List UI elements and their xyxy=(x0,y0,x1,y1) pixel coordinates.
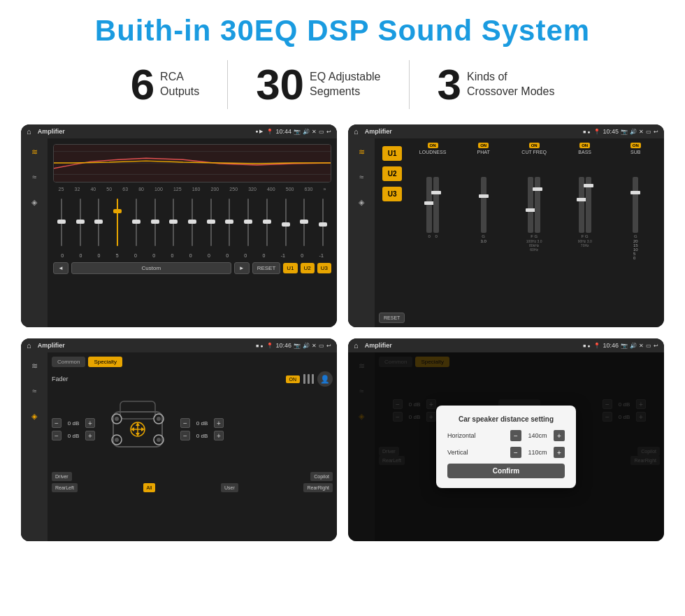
eq-slider-2[interactable] xyxy=(90,194,107,250)
speaker-sidebar-icon[interactable]: ◈ xyxy=(27,194,42,210)
horizontal-plus[interactable]: + xyxy=(554,430,565,441)
db1-minus[interactable]: − xyxy=(52,418,62,428)
vertical-plus[interactable]: + xyxy=(554,447,565,458)
driver-btn[interactable]: Driver xyxy=(52,472,72,481)
next-button[interactable]: ► xyxy=(234,262,250,274)
eq-graph xyxy=(53,144,331,182)
db-control-4: − 0 dB + xyxy=(180,431,224,440)
speaker-icon-2[interactable]: ◈ xyxy=(354,194,369,210)
db1-plus[interactable]: + xyxy=(85,418,95,428)
wave-sidebar-icon[interactable]: ≈ xyxy=(27,169,42,185)
u2-selector[interactable]: U2 xyxy=(382,166,402,181)
phat-slider[interactable] xyxy=(481,177,486,233)
vertical-row: Vertical − 110cm + xyxy=(447,447,565,458)
eq-slider-3[interactable] xyxy=(109,194,126,250)
dialog-overlay: Car speaker distance setting Horizontal … xyxy=(348,352,664,541)
eq-icon-2[interactable]: ≋ xyxy=(354,144,369,159)
eq-slider-6[interactable] xyxy=(165,194,182,250)
specialty-tab[interactable]: Specialty xyxy=(88,357,122,367)
sub-on[interactable]: ON xyxy=(630,143,641,148)
eq-slider-5[interactable] xyxy=(147,194,164,250)
db3-minus[interactable]: − xyxy=(180,418,190,428)
vertical-label: Vertical xyxy=(447,449,468,456)
eq-slider-9[interactable] xyxy=(222,194,238,250)
rearleft-btn[interactable]: RearLeft xyxy=(52,483,78,492)
stat-rca-number: 6 xyxy=(131,63,154,106)
cutfreq-on[interactable]: ON xyxy=(529,143,540,148)
eq-slider-12[interactable] xyxy=(277,194,294,250)
db4-plus[interactable]: + xyxy=(214,431,224,440)
eq-value-row: 00 05 00 00 00 00 -10 -1 xyxy=(53,253,331,258)
eq-slider-14[interactable] xyxy=(315,194,331,250)
win-icon: ▭ xyxy=(319,129,324,135)
wave-icon-2[interactable]: ≈ xyxy=(354,169,369,185)
cutfreq-slider1[interactable] xyxy=(528,177,533,233)
common-tab[interactable]: Common xyxy=(52,357,85,367)
amp-content-3: ≋ ≈ ◈ Common Specialty Fader ON xyxy=(21,352,337,541)
eq-screen-card: ⌂ Amplifier ● ▶ 📍 10:44 📷 🔊 ✕ ▭ ↩ ≋ ≈ ◈ xyxy=(21,124,337,327)
fader-tabs: Common Specialty xyxy=(52,357,333,367)
home-icon-4: ⌂ xyxy=(354,341,359,350)
home-icon-3: ⌂ xyxy=(27,341,31,350)
eq-sidebar-icon[interactable]: ≋ xyxy=(27,144,42,159)
status-icons-1: 📍 10:44 📷 🔊 ✕ ▭ ↩ xyxy=(266,128,331,135)
db2-plus[interactable]: + xyxy=(85,431,95,440)
u1-selector[interactable]: U1 xyxy=(382,146,402,161)
copilot-btn[interactable]: Copilot xyxy=(310,472,333,481)
settings-button[interactable]: 👤 xyxy=(317,371,333,387)
cutfreq-slider2[interactable] xyxy=(535,177,540,233)
db2-minus[interactable]: − xyxy=(52,431,62,440)
eq-slider-1[interactable] xyxy=(72,194,89,250)
loudness-on[interactable]: ON xyxy=(428,143,438,148)
u-buttons-col: U1 U2 U3 RESET xyxy=(379,143,405,323)
horizontal-label: Horizontal xyxy=(447,432,476,439)
horizontal-minus[interactable]: − xyxy=(510,430,521,441)
phat-label: PHAT xyxy=(477,150,490,155)
speaker-icon-3[interactable]: ◈ xyxy=(27,408,42,424)
eq-slider-11[interactable] xyxy=(259,194,275,250)
stat-crossover-label: Kinds ofCrossover Modes xyxy=(467,70,554,99)
right-db-controls: − 0 dB + − 0 dB + xyxy=(180,418,224,440)
stat-rca-label: RCAOutputs xyxy=(160,70,199,99)
user-btn[interactable]: User xyxy=(221,483,238,492)
eq-slider-7[interactable] xyxy=(184,194,201,250)
db3-plus[interactable]: + xyxy=(214,418,224,428)
x-icon: ✕ xyxy=(312,129,317,135)
u2-button[interactable]: U2 xyxy=(301,263,315,273)
prev-button[interactable]: ◄ xyxy=(53,262,68,274)
vertical-minus[interactable]: − xyxy=(510,447,521,458)
wave-icon-3[interactable]: ≈ xyxy=(27,383,42,399)
vertical-value: 110cm xyxy=(524,449,551,456)
sub-col: ON SUB G 20151050 xyxy=(611,143,660,323)
svg-point-9 xyxy=(157,417,161,421)
custom-button[interactable]: Custom xyxy=(71,262,231,274)
rearright-btn[interactable]: RearRight xyxy=(303,483,333,492)
eq-slider-10[interactable] xyxy=(240,194,257,250)
loudness-slider[interactable] xyxy=(426,177,432,233)
u3-button[interactable]: U3 xyxy=(317,263,331,273)
eq-slider-8[interactable] xyxy=(203,194,219,250)
db2-value: 0 dB xyxy=(64,433,83,439)
db4-minus[interactable]: − xyxy=(180,431,190,440)
eq-icon-3[interactable]: ≋ xyxy=(27,358,42,373)
eq-slider-0[interactable] xyxy=(53,194,70,250)
eq-sliders-group xyxy=(53,194,331,250)
reset-button[interactable]: RESET xyxy=(252,262,281,274)
fader-on-toggle[interactable]: ON xyxy=(286,375,301,383)
u3-selector[interactable]: U3 xyxy=(382,187,402,201)
confirm-button[interactable]: Confirm xyxy=(447,464,565,478)
status-bar-4: ⌂ Amplifier ■ ● 📍 10:46 📷 🔊 ✕ ▭ ↩ xyxy=(348,338,664,352)
phat-on[interactable]: ON xyxy=(478,143,489,148)
all-btn[interactable]: All xyxy=(143,483,156,492)
stat-eq-label: EQ AdjustableSegments xyxy=(310,70,380,99)
crossover-reset-btn[interactable]: RESET xyxy=(379,313,405,323)
sub-slider[interactable] xyxy=(633,177,638,233)
eq-slider-4[interactable] xyxy=(128,194,145,250)
bass-on[interactable]: ON xyxy=(579,143,590,148)
eq-slider-13[interactable] xyxy=(296,194,313,250)
loudness-slider2[interactable] xyxy=(433,177,439,233)
time-1: 10:44 xyxy=(275,128,291,135)
fader-screen-card: ⌂ Amplifier ■ ● 📍 10:46 📷 🔊 ✕ ▭ ↩ ≋ ≈ ◈ xyxy=(21,338,337,541)
u1-button[interactable]: U1 xyxy=(283,263,297,273)
bass-slider2[interactable] xyxy=(586,177,591,233)
